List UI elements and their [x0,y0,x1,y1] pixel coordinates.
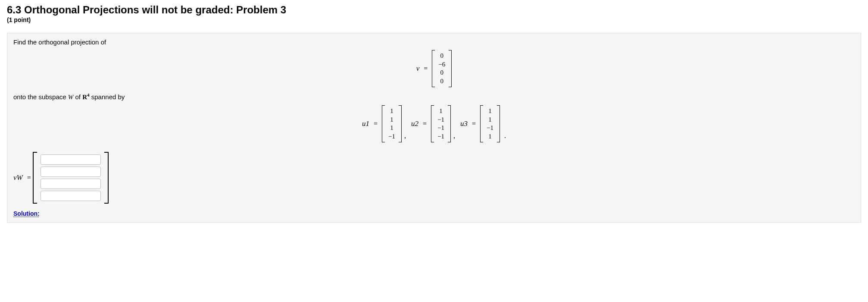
points-label: (1 point) [7,16,861,23]
u2-entry: −1 [437,116,445,124]
u1-entry: −1 [387,132,396,141]
W-symbol: W [68,94,74,101]
u3-entry: 1 [486,107,494,116]
u1-entry: 1 [387,116,396,124]
u2-label: u2 [411,120,418,128]
v-label: v [416,64,420,73]
u2-entry: −1 [437,124,445,132]
equals-sign: = [422,65,429,72]
answer-input-4[interactable] [41,191,101,201]
header: 6.3 Orthogonal Projections will not be g… [0,0,868,26]
R-symbol: R4 [82,94,89,101]
v-entry: 0 [437,52,446,60]
prompt-line-2: onto the subspace W of R4 spanned by [13,93,855,101]
matrix-u2: 1 −1 −1 −1 [431,105,451,142]
u1-entry: 1 [387,107,396,116]
u3-entry: −1 [486,124,494,132]
v-entry: 0 [437,77,446,86]
problem-box: Find the orthogonal projection of v = 0 … [7,33,861,223]
u3-label: u3 [460,120,468,128]
vW-label: vW [13,173,23,182]
u2-entry: 1 [437,107,445,116]
basis-vectors-display: u1 = 1 1 1 −1 , u2 = 1 −1 −1 [13,105,855,142]
answer-matrix [33,152,109,204]
answer-input-3[interactable] [41,179,101,189]
v-entry: −6 [437,60,446,69]
matrix-v: 0 −6 0 0 [432,50,452,87]
matrix-u3: 1 1 −1 1 [480,105,500,142]
answer-row: vW = [13,152,855,204]
prompt-line-1: Find the orthogonal projection of [13,38,855,46]
page-title: 6.3 Orthogonal Projections will not be g… [7,4,861,16]
vector-v-display: v = 0 −6 0 0 [13,50,855,87]
answer-input-2[interactable] [41,167,101,177]
answer-input-1[interactable] [41,154,101,165]
solution-link[interactable]: Solution: [13,210,40,217]
matrix-u1: 1 1 1 −1 [382,105,402,142]
u1-label: u1 [362,120,369,128]
u1-entry: 1 [387,124,396,132]
u3-entry: 1 [486,116,494,124]
v-entry: 0 [437,69,446,77]
u3-entry: 1 [486,132,494,141]
u2-entry: −1 [437,132,445,141]
